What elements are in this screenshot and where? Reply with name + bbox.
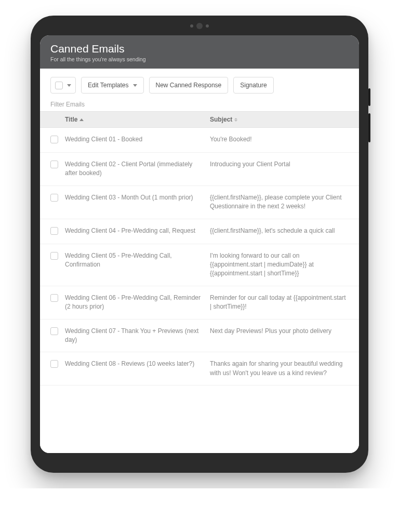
new-canned-response-button[interactable]: New Canned Response <box>149 77 229 94</box>
table-row[interactable]: Wedding Client 05 - Pre-Wedding Call, Co… <box>40 244 359 286</box>
screen: Canned Emails For all the things you're … <box>40 35 359 453</box>
column-header-subject[interactable]: Subject <box>210 116 349 123</box>
column-label: Subject <box>210 116 232 123</box>
chevron-down-icon <box>133 84 137 87</box>
table-header: Title Subject <box>40 111 359 128</box>
page-header: Canned Emails For all the things you're … <box>40 35 359 69</box>
row-checkbox[interactable] <box>50 360 58 368</box>
select-all-checkbox[interactable] <box>55 82 63 89</box>
row-title: Wedding Client 02 - Client Portal (immed… <box>65 160 210 178</box>
table-row[interactable]: Wedding Client 07 - Thank You + Previews… <box>40 320 359 353</box>
table-body: Wedding Client 01 - BookedYou're Booked!… <box>40 128 359 385</box>
signature-button[interactable]: Signature <box>233 77 273 94</box>
sort-both-icon <box>234 118 237 122</box>
button-label: Signature <box>240 82 267 89</box>
camera-cluster <box>190 23 209 29</box>
sensor-dot <box>190 24 193 28</box>
button-label: Edit Templates <box>88 82 129 89</box>
row-title: Wedding Client 03 - Month Out (1 month p… <box>65 193 210 202</box>
row-subject: Introducing your Client Portal <box>210 160 349 169</box>
tablet-frame: Canned Emails For all the things you're … <box>31 16 368 473</box>
row-check-cell <box>50 251 65 261</box>
row-checkbox[interactable] <box>50 161 58 168</box>
chevron-down-icon <box>67 84 71 87</box>
page-title: Canned Emails <box>50 43 349 55</box>
row-subject: Thanks again for sharing your beautiful … <box>210 360 349 378</box>
column-label: Title <box>65 116 77 123</box>
filter-label: Filter Emails <box>40 101 359 111</box>
select-all-dropdown[interactable] <box>50 77 76 94</box>
edit-templates-button[interactable]: Edit Templates <box>81 77 144 94</box>
table-row[interactable]: Wedding Client 01 - BookedYou're Booked! <box>40 128 359 153</box>
row-checkbox[interactable] <box>50 136 58 143</box>
row-checkbox[interactable] <box>50 294 58 302</box>
row-subject: I'm looking forward to our call on {{app… <box>210 251 349 278</box>
row-check-cell <box>50 160 65 170</box>
row-title: Wedding Client 07 - Thank You + Previews… <box>65 327 210 345</box>
toolbar: Edit Templates New Canned Response Signa… <box>40 77 359 101</box>
row-subject: Reminder for our call today at {{appoint… <box>210 294 349 312</box>
row-title: Wedding Client 05 - Pre-Wedding Call, Co… <box>65 251 210 270</box>
table-row[interactable]: Wedding Client 04 - Pre-Wedding call, Re… <box>40 219 359 244</box>
page-subtitle: For all the things you're always sending <box>50 56 349 62</box>
button-label: New Canned Response <box>156 82 222 89</box>
row-check-cell <box>50 294 65 303</box>
row-check-cell <box>50 327 65 337</box>
col-check-spacer <box>50 116 65 123</box>
table-row[interactable]: Wedding Client 06 - Pre-Wedding Call, Re… <box>40 286 359 320</box>
table-row[interactable]: Wedding Client 03 - Month Out (1 month p… <box>40 186 359 219</box>
camera-icon <box>196 23 203 29</box>
row-title: Wedding Client 01 - Booked <box>65 135 210 144</box>
content: Edit Templates New Canned Response Signa… <box>40 69 359 453</box>
row-title: Wedding Client 04 - Pre-Wedding call, Re… <box>65 227 210 235</box>
row-checkbox[interactable] <box>50 227 58 235</box>
table-row[interactable]: Wedding Client 08 - Reviews (10 weeks la… <box>40 352 359 385</box>
row-subject: Next day Previews! Plus your photo deliv… <box>210 327 349 336</box>
sensor-dot <box>206 24 209 28</box>
row-check-cell <box>50 227 65 236</box>
row-title: Wedding Client 06 - Pre-Wedding Call, Re… <box>65 294 210 312</box>
row-title: Wedding Client 08 - Reviews (10 weeks la… <box>65 360 210 368</box>
volume-button[interactable] <box>368 113 370 142</box>
table-row[interactable]: Wedding Client 02 - Client Portal (immed… <box>40 153 359 186</box>
row-check-cell <box>50 193 65 203</box>
row-checkbox[interactable] <box>50 194 58 202</box>
row-check-cell <box>50 135 65 145</box>
row-checkbox[interactable] <box>50 327 58 335</box>
column-header-title[interactable]: Title <box>65 116 210 123</box>
power-button[interactable] <box>368 88 370 106</box>
row-subject: {{client.firstName}}, please complete yo… <box>210 193 349 211</box>
row-subject: You're Booked! <box>210 135 349 144</box>
row-check-cell <box>50 360 65 369</box>
row-checkbox[interactable] <box>50 252 58 260</box>
row-subject: {{client.firstName}}, let's schedule a q… <box>210 227 349 235</box>
sort-ascending-icon <box>79 118 84 121</box>
